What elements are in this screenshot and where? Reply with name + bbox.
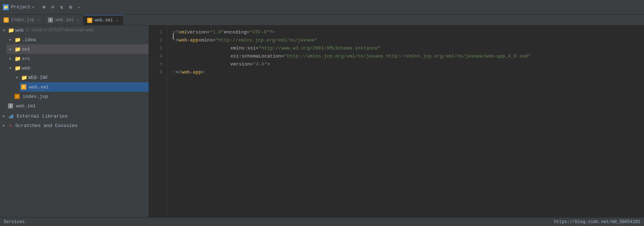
tab-close-web-xml[interactable]: ✕: [115, 17, 119, 23]
xml-val-schemaloc: "http://xmlns.jcp.org/xml/ns/javaee http…: [284, 52, 531, 60]
settings-icon[interactable]: ⚙: [68, 3, 73, 11]
code-line-2: ▽ <web-app xmlns="http://xmlns.jcp.org/x…: [173, 36, 638, 44]
sidebar-item-web-root[interactable]: ▶ 📁 web C:\Users\57125\Desktop\web: [0, 25, 149, 35]
xml-attr-schemaloc: xsi:schemaLocation=: [230, 52, 284, 60]
sidebar-item-web-iml[interactable]: I web.iml: [7, 101, 149, 111]
xml-val-xmlns-xsi: "http://www.w3.org/2001/XMLSchema-instan…: [259, 44, 380, 52]
sidebar-item-src[interactable]: ▶ 📁 src: [7, 54, 149, 63]
code-line-4: xsi:schemaLocation="http://xmlns.jcp.org…: [173, 52, 638, 60]
tab-bar: J index.jsp ✕ I web.iml ✕ X web.xml ✕: [0, 15, 644, 25]
label-idea: .idea: [22, 37, 36, 43]
file-icon-web-xml: X: [21, 84, 26, 90]
xml-end-bracket-close: >: [201, 68, 204, 76]
sort-icon[interactable]: ⇅: [58, 3, 64, 11]
line-num-1: 1: [152, 28, 162, 36]
xml-val-version: "4.0": [253, 60, 267, 68]
line-num-6: 6: [152, 68, 162, 76]
xml-bracket-open-2: <: [176, 36, 179, 44]
fold-icon-6[interactable]: ▽: [173, 68, 175, 76]
line-num-5: 5: [152, 60, 162, 68]
code-line-5: version="4.0">: [173, 60, 638, 68]
line-num-2: 2: [152, 36, 162, 44]
fold-icon-2[interactable]: ▽: [173, 36, 175, 44]
sidebar-item-scratches[interactable]: ▶ ✎ Scratches and Consoles: [0, 121, 149, 130]
editor-area[interactable]: 1 2 3 4 5 6 <?xml version="1.0" encoding…: [149, 25, 644, 217]
code-line-3: xmlns:xsi="http://www.w3.org/2001/XMLSch…: [173, 44, 638, 52]
sidebar-item-idea[interactable]: ▶ 📁 .idea: [7, 35, 149, 44]
xml-attr-xmlns-xsi: xmlns:xsi=: [230, 44, 259, 52]
file-icon-index-jsp: J: [15, 94, 20, 99]
line-num-3: 3: [152, 44, 162, 52]
xml-decl-version-val: "1.0": [210, 28, 224, 36]
minimize-icon[interactable]: –: [76, 4, 82, 11]
status-right: https://blog.csdn.net/m0_50654102: [554, 219, 640, 225]
tab-close-web-iml[interactable]: ✕: [76, 17, 80, 23]
arrow-webinf: ▶: [15, 75, 20, 80]
tab-label-index-jsp: index.jsp: [11, 17, 35, 23]
arrow-idea: ▶: [8, 37, 13, 42]
line-numbers: 1 2 3 4 5 6: [149, 25, 167, 217]
xml-decl-version-attr: version=: [187, 28, 210, 36]
title-bar-actions: ⊕ ≡ ⇅ ⚙ –: [41, 3, 82, 11]
label-src: src: [22, 56, 30, 62]
code-line-1: <?xml version="1.0" encoding="UTF-8" ?>: [173, 28, 638, 36]
status-left: Services: [4, 219, 25, 225]
arrow-out: ▶: [8, 47, 13, 52]
label-scratches: Scratches and Consoles: [15, 123, 78, 128]
sidebar: ▶ 📁 web C:\Users\57125\Desktop\web ▶ 📁 .…: [0, 25, 149, 217]
status-services[interactable]: Services: [4, 219, 25, 225]
folder-icon-web: 📁: [15, 65, 20, 71]
label-out: out: [22, 47, 30, 52]
arrow-web-root: ▶: [1, 28, 7, 33]
folder-icon-webinf: 📁: [21, 75, 27, 80]
navigate-icon[interactable]: ⊕: [41, 3, 47, 11]
title-bar-left: 📁 Project ▾ ⊕ ≡ ⇅ ⚙ –: [3, 3, 148, 11]
tab-icon-jsp: J: [4, 17, 9, 23]
label-web: web: [22, 66, 30, 71]
xml-attr-xmlns: xmlns=: [198, 36, 215, 44]
status-bar: Services https://blog.csdn.net/m0_506541…: [0, 217, 644, 226]
arrow-external-libs: ▶: [1, 114, 7, 119]
xml-attr-version: version=: [230, 60, 253, 68]
arrow-src: ▶: [8, 56, 13, 61]
title-bar: 📁 Project ▾ ⊕ ≡ ⇅ ⚙ –: [0, 0, 644, 15]
sidebar-item-web[interactable]: ▶ 📁 web: [7, 63, 149, 73]
project-dropdown-arrow[interactable]: ▾: [32, 5, 35, 9]
xml-tag-webapp: web-app: [179, 36, 199, 44]
xml-decl-bracket-close: ?>: [269, 28, 275, 36]
xml-decl-encoding-val: "UTF-8": [250, 28, 270, 36]
project-label[interactable]: Project ▾: [11, 4, 35, 10]
folder-icon-web-root: 📁: [8, 27, 14, 33]
tab-label-web-xml: web.xml: [94, 18, 113, 23]
label-webinf: WEB-INF: [28, 75, 48, 80]
tab-web-xml[interactable]: X web.xml ✕: [84, 15, 123, 25]
label-web-root: web: [15, 28, 24, 33]
xml-decl-bracket-open: <?: [173, 28, 179, 36]
file-icon-web-iml: I: [8, 103, 13, 108]
sidebar-item-out[interactable]: ▶ 📁 out: [7, 44, 149, 54]
sidebar-item-web-xml[interactable]: X web.xml: [20, 82, 149, 92]
sidebar-item-index-jsp[interactable]: J index.jsp: [13, 92, 149, 101]
tab-label-web-iml: web.iml: [55, 17, 73, 23]
code-line-6: ▽ </web-app>: [173, 68, 638, 76]
xml-decl-encoding-attr: encoding=: [224, 28, 249, 36]
label-web-xml: web.xml: [29, 84, 49, 90]
folder-icon-idea: 📁: [15, 37, 20, 43]
tab-index-jsp[interactable]: J index.jsp ✕: [0, 15, 44, 25]
path-web-root: C:\Users\57125\Desktop\web: [26, 28, 94, 33]
filter-icon[interactable]: ≡: [50, 4, 56, 11]
main-layout: ▶ 📁 web C:\Users\57125\Desktop\web ▶ 📁 .…: [0, 25, 644, 217]
sidebar-item-external-libs[interactable]: ▶ External Libraries: [0, 111, 149, 121]
xml-end-tag-webapp: web-app: [182, 68, 202, 76]
sidebar-item-webinf[interactable]: ▶ 📁 WEB-INF: [13, 73, 149, 82]
label-web-iml: web.iml: [16, 103, 36, 109]
label-index-jsp: index.jsp: [23, 94, 48, 99]
folder-icon-out: 📁: [15, 46, 20, 52]
ext-lib-icon: [8, 113, 14, 119]
project-text: Project: [11, 4, 31, 10]
status-url[interactable]: https://blog.csdn.net/m0_50654102: [554, 219, 640, 225]
code-content[interactable]: <?xml version="1.0" encoding="UTF-8" ?> …: [167, 25, 644, 217]
tab-close-index-jsp[interactable]: ✕: [37, 17, 41, 23]
tab-web-iml[interactable]: I web.iml ✕: [44, 15, 84, 25]
label-external-libs: External Libraries: [17, 114, 68, 119]
